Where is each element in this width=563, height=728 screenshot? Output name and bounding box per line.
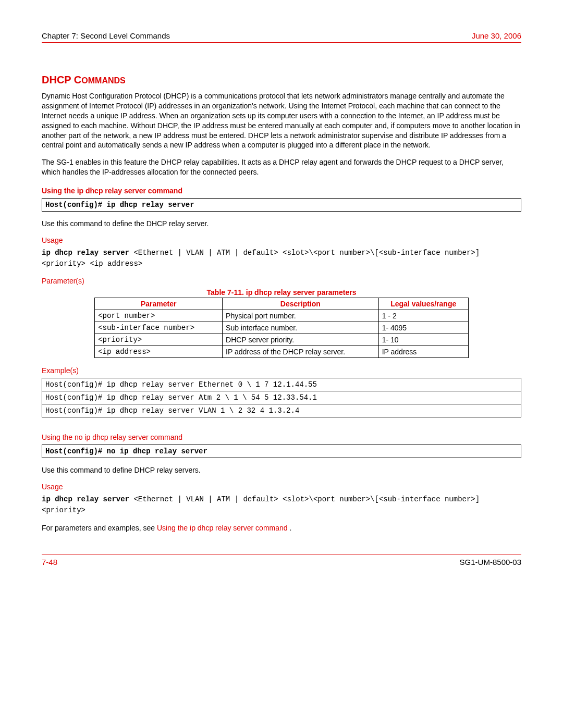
table-row: <priority> DHCP server priority. 1- 10 <box>95 334 469 346</box>
cmd1-params-label: Parameter(s) <box>42 277 521 285</box>
table-row: <port number> Physical port number. 1 - … <box>95 310 469 322</box>
cmd1-examples-box: Host(config)# ip dhcp relay server Ether… <box>42 378 521 417</box>
xref-post: . <box>288 524 292 532</box>
example-line: Host(config)# ip dhcp relay server Ether… <box>42 378 521 391</box>
header-date: June 30, 2006 <box>472 31 521 40</box>
cell-val: 1 - 2 <box>378 310 468 322</box>
footer-page-number: 7-48 <box>42 558 57 566</box>
cmd1-description: Use this command to define the DHCP rela… <box>42 219 521 229</box>
cmd1-param-table: Parameter Description Legal values/range… <box>94 298 469 358</box>
cell-val: IP address <box>378 346 468 358</box>
cmd1-usage: ip dhcp relay server <Ethernet | VLAN | … <box>42 248 521 269</box>
xref-pre: For parameters and examples, see <box>42 524 157 532</box>
cell-param: <port number> <box>95 310 223 322</box>
cmd2-usage: ip dhcp relay server <Ethernet | VLAN | … <box>42 494 521 516</box>
th-description: Description <box>223 298 379 310</box>
table-row: <ip address> IP address of the DHCP rela… <box>95 346 469 358</box>
cmd2-xref: For parameters and examples, see Using t… <box>42 523 521 533</box>
cell-desc: Sub interface number. <box>223 322 379 334</box>
cmd2-description: Use this command to define DHCP relay se… <box>42 465 521 475</box>
cell-desc: DHCP server priority. <box>223 334 379 346</box>
chapter-label: Chapter 7: Second Level Commands <box>42 31 170 40</box>
cell-param: <ip address> <box>95 346 223 358</box>
cmd2-syntax-box: Host(config)# no ip dhcp relay server <box>42 445 521 458</box>
intro-paragraph-1: Dynamic Host Configuration Protocol (DHC… <box>42 91 521 150</box>
cmd1-usage-lead: ip dhcp relay server <box>42 249 133 257</box>
th-parameter: Parameter <box>95 298 223 310</box>
cmd1-examples-label: Example(s) <box>42 366 521 375</box>
xref-link[interactable]: Using the ip dhcp relay server command <box>157 524 288 532</box>
table-row: <sub-interface number> Sub interface num… <box>95 322 469 334</box>
cell-val: 1- 10 <box>378 334 468 346</box>
cmd2-heading: Using the no ip dhcp relay server comman… <box>42 433 521 441</box>
table-header-row: Parameter Description Legal values/range <box>95 298 469 310</box>
section-title: DHCP COMMANDS <box>42 74 521 86</box>
page-header: Chapter 7: Second Level Commands June 30… <box>42 31 521 43</box>
cell-desc: Physical port number. <box>223 310 379 322</box>
footer-doc-id: SG1-UM-8500-03 <box>460 558 521 566</box>
cmd2-usage-lead: ip dhcp relay server <box>42 495 133 503</box>
intro-paragraph-2: The SG-1 enables in this feature the DHC… <box>42 157 521 177</box>
example-line: Host(config)# ip dhcp relay server Atm 2… <box>42 391 521 404</box>
cell-param: <priority> <box>95 334 223 346</box>
cmd1-syntax-box: Host(config)# ip dhcp relay server <box>42 198 521 212</box>
example-line: Host(config)# ip dhcp relay server VLAN … <box>42 404 521 417</box>
page-footer: 7-48 SG1-UM-8500-03 <box>42 554 521 566</box>
cell-val: 1- 4095 <box>378 322 468 334</box>
cmd1-heading: Using the ip dhcp relay server command <box>42 187 521 195</box>
cmd1-table-caption: Table 7-11. ip dhcp relay server paramet… <box>42 288 521 297</box>
cmd2-usage-label: Usage <box>42 483 521 491</box>
cell-param: <sub-interface number> <box>95 322 223 334</box>
th-values: Legal values/range <box>378 298 468 310</box>
cell-desc: IP address of the DHCP relay server. <box>223 346 379 358</box>
cmd1-usage-label: Usage <box>42 236 521 244</box>
